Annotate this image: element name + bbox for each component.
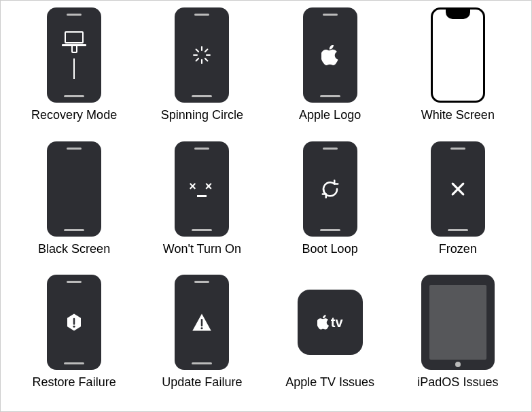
home-indicator xyxy=(320,229,340,231)
notch xyxy=(446,10,470,19)
speaker-slot xyxy=(194,281,209,283)
phone-frame xyxy=(303,141,357,237)
recovery-icon xyxy=(62,31,86,79)
label-apple-logo: Apple Logo xyxy=(299,108,361,122)
speaker-slot xyxy=(67,14,82,16)
phone-frame xyxy=(303,7,357,103)
ipad-screen xyxy=(429,285,486,360)
speaker-slot xyxy=(450,148,465,150)
triangle-alert-icon xyxy=(192,313,212,332)
svg-line-7 xyxy=(205,50,208,52)
speaker-slot xyxy=(194,14,209,16)
option-black-screen[interactable]: Black Screen xyxy=(10,141,138,269)
home-indicator xyxy=(64,362,84,364)
option-recovery-mode[interactable]: Recovery Mode xyxy=(10,7,138,135)
label-restore-failure: Restore Failure xyxy=(33,375,116,390)
option-ipados-issues[interactable]: iPadOS Issues xyxy=(394,275,522,402)
speaker-slot xyxy=(67,281,82,283)
ipad-frame xyxy=(421,275,495,370)
option-apple-logo[interactable]: Apple Logo xyxy=(266,7,394,135)
apple-logo-icon xyxy=(321,45,339,65)
option-white-screen[interactable]: White Screen xyxy=(394,7,522,135)
loop-icon xyxy=(320,179,340,199)
label-frozen: Frozen xyxy=(439,242,477,256)
svg-line-6 xyxy=(196,58,199,61)
option-frozen[interactable]: Frozen xyxy=(394,141,522,269)
home-indicator xyxy=(192,362,212,364)
ipad-home-button xyxy=(455,362,461,367)
svg-point-12 xyxy=(73,326,75,328)
option-apple-tv-issues[interactable]: tv Apple TV Issues xyxy=(266,275,394,402)
spinner-icon xyxy=(192,46,211,65)
svg-point-14 xyxy=(201,328,203,330)
phone-frame xyxy=(47,275,101,370)
home-indicator xyxy=(64,95,84,97)
option-boot-loop[interactable]: Boot Loop xyxy=(266,141,394,269)
speaker-slot xyxy=(323,14,338,16)
speaker-slot xyxy=(194,148,209,150)
option-wont-turn-on[interactable]: × × Won't Turn On xyxy=(138,141,266,269)
gear-alert-icon xyxy=(64,312,84,332)
home-indicator xyxy=(448,229,468,231)
label-boot-loop: Boot Loop xyxy=(302,242,358,256)
label-white-screen: White Screen xyxy=(421,108,495,122)
label-update-failure: Update Failure xyxy=(162,375,242,390)
svg-line-5 xyxy=(205,58,208,61)
phone-frame xyxy=(47,141,101,237)
speaker-slot xyxy=(67,148,82,150)
label-ipados-issues: iPadOS Issues xyxy=(417,375,498,390)
home-indicator xyxy=(192,229,212,231)
appletv-frame: tv xyxy=(298,290,363,355)
option-restore-failure[interactable]: Restore Failure xyxy=(10,275,138,402)
option-spinning-circle[interactable]: Spinning Circle xyxy=(138,7,266,135)
label-recovery-mode: Recovery Mode xyxy=(31,108,117,122)
speaker-slot xyxy=(323,148,338,150)
svg-line-4 xyxy=(196,50,199,52)
phone-frame-white xyxy=(431,7,485,103)
label-apple-tv-issues: Apple TV Issues xyxy=(285,375,374,390)
phone-frame xyxy=(175,7,229,103)
phone-frame: × × xyxy=(175,141,229,237)
home-indicator xyxy=(192,95,212,97)
home-indicator xyxy=(64,229,84,231)
dead-face-icon: × × xyxy=(189,180,215,197)
home-indicator xyxy=(320,95,340,97)
cross-icon xyxy=(449,180,467,198)
appletv-logo-icon: tv xyxy=(317,315,343,330)
issue-grid: Recovery Mode xyxy=(0,0,532,412)
option-update-failure[interactable]: Update Failure xyxy=(138,275,266,402)
phone-frame xyxy=(175,275,229,370)
label-black-screen: Black Screen xyxy=(38,242,110,256)
phone-frame xyxy=(431,141,485,237)
phone-frame xyxy=(47,7,101,103)
label-wont-turn-on: Won't Turn On xyxy=(163,242,241,256)
label-spinning-circle: Spinning Circle xyxy=(161,108,243,122)
